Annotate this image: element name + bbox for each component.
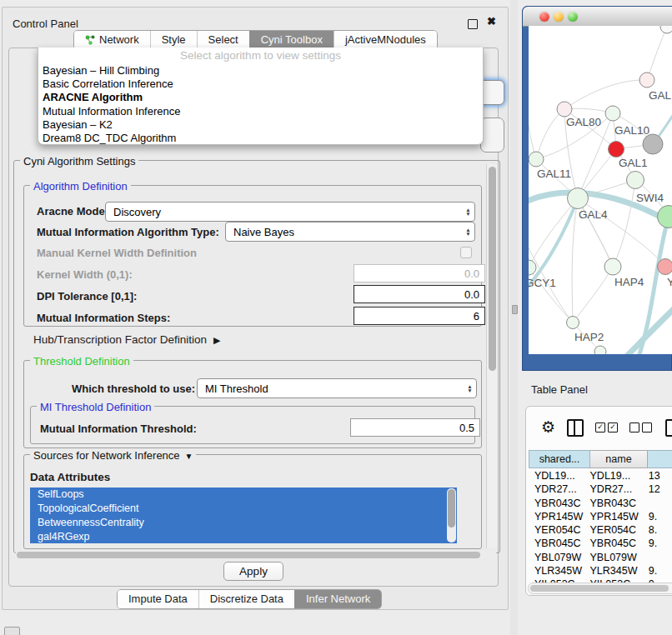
network-node-gcy1[interactable] — [529, 260, 536, 275]
dpi-tolerance-label: DPI Tolerance [0,1]: — [37, 290, 137, 302]
table-cell: YDR27... — [529, 482, 584, 496]
table-cell: 8. — [643, 523, 672, 537]
network-node-gal1[interactable] — [609, 142, 624, 158]
mi-threshold-definition-title: MI Threshold Definition — [37, 401, 154, 413]
page-icon[interactable] — [665, 419, 672, 437]
zoom-traffic-light-icon[interactable] — [568, 12, 578, 22]
close-icon[interactable]: ✖ — [487, 15, 496, 28]
network-edge — [529, 76, 536, 159]
table-cell: YER054C — [584, 523, 643, 537]
tab-label: Select — [208, 33, 238, 46]
dpi-tolerance-field[interactable]: 0.0 — [354, 285, 485, 303]
unchecked-pair-icon[interactable] — [629, 422, 652, 432]
cyni-mode-tabs: Impute DataDiscretize DataInfer Network — [117, 589, 382, 609]
which-threshold-combo[interactable]: MI Threshold ▲▼ — [197, 378, 477, 398]
table-row[interactable]: YBL079WYBL079W — [529, 551, 672, 564]
dropdown-item[interactable]: Dream8 DC_TDC Algorithm — [38, 132, 483, 145]
network-node[interactable] — [643, 134, 663, 154]
data-table-combo-edge[interactable] — [480, 118, 504, 152]
mi-steps-label: Mutual Information Steps: — [37, 312, 170, 324]
mi-steps-field[interactable]: 6 — [354, 307, 485, 325]
collapsed-panel-button[interactable] — [4, 627, 20, 635]
dropdown-item[interactable]: Mutual Information Inference — [38, 105, 483, 118]
table-header: shared...name — [529, 450, 672, 468]
stepper-arrows-icon: ▲▼ — [462, 228, 474, 236]
split-columns-icon[interactable] — [567, 419, 584, 437]
settings-horizontal-scrollbar[interactable] — [15, 551, 497, 559]
network-node-gal80[interactable] — [557, 102, 572, 117]
table-row[interactable]: YDL19...YDL19...13 — [529, 469, 672, 482]
table-cell: YDL19... — [584, 469, 643, 482]
tab-discretize-data[interactable]: Discretize Data — [198, 590, 294, 608]
mi-threshold-field[interactable]: 0.5 — [350, 418, 480, 437]
table-rows: YDL19...YDL19...13YDR27...YDR27...12YBR0… — [529, 469, 672, 584]
tab-cyni-toolbox[interactable]: Cyni Toolbox — [249, 31, 333, 49]
network-node[interactable] — [660, 26, 672, 33]
network-node-hap4[interactable] — [604, 258, 621, 275]
tab-label: Infer Network — [306, 592, 370, 605]
table-horizontal-scrollbar[interactable] — [528, 582, 672, 594]
apply-button[interactable]: Apply — [223, 562, 283, 581]
kernel-width-field[interactable]: 0.0 — [354, 264, 485, 282]
network-node[interactable] — [658, 206, 672, 228]
sources-group-title[interactable]: Sources for Network Inference▼ — [30, 449, 196, 462]
network-view-window: GALGAL80GAL10GAL1GAL11SWI4GAL4GCY1HAP4YH… — [522, 6, 672, 371]
network-window-titlebar[interactable] — [523, 7, 672, 27]
network-canvas[interactable]: GALGAL80GAL10GAL1GAL11SWI4GAL4GCY1HAP4YH… — [529, 26, 672, 354]
table-row[interactable]: YDR27...YDR27...12 — [529, 482, 672, 496]
tab-jactivemnodules[interactable]: jActiveMNodules — [333, 31, 437, 49]
tab-infer-network[interactable]: Infer Network — [294, 590, 381, 608]
attribute-list-item[interactable]: gal4RGexp — [30, 530, 457, 543]
table-row[interactable]: YBR045CYBR045C9. — [529, 537, 672, 550]
manual-kernel-width-checkbox[interactable] — [460, 247, 472, 258]
attributes-list-scrollbar[interactable] — [447, 488, 456, 542]
tab-impute-data[interactable]: Impute Data — [118, 590, 198, 608]
network-node-gal4[interactable] — [568, 188, 589, 209]
tab-style[interactable]: Style — [150, 31, 197, 49]
network-node-swi4[interactable] — [627, 172, 644, 189]
dropdown-item[interactable]: Bayesian – K2 — [38, 118, 483, 132]
column-header[interactable] — [648, 450, 672, 468]
table-cell: 13 — [643, 469, 672, 482]
network-node-gal[interactable] — [639, 72, 654, 88]
column-header[interactable]: shared... — [529, 450, 590, 468]
table-cell: 12 — [643, 482, 672, 496]
tab-network[interactable]: Network — [74, 31, 150, 49]
chevron-right-icon: ▶ — [213, 335, 220, 346]
table-row[interactable]: YER054CYER054C8. — [529, 523, 672, 537]
table-row[interactable]: YBR043CYBR043C — [529, 497, 672, 510]
gear-icon[interactable]: ⚙ — [541, 420, 555, 435]
table-row[interactable]: YLR345WYLR345W9. — [529, 564, 672, 578]
attribute-list-item[interactable]: TopologicalCoefficient — [30, 502, 457, 516]
checked-pair-icon[interactable]: ✓✓ — [595, 422, 618, 432]
mi-algorithm-type-combo[interactable]: Naive Bayes ▲▼ — [225, 222, 475, 242]
chevron-down-icon: ▼ — [185, 452, 193, 461]
network-node-gal11[interactable] — [529, 152, 544, 167]
table-row[interactable]: YPR145WYPR145W9. — [529, 510, 672, 523]
settings-vertical-scrollbar[interactable] — [486, 164, 498, 548]
dropdown-item[interactable]: Basic Correlation Inference — [38, 78, 483, 91]
column-header[interactable]: name — [590, 450, 648, 468]
dropdown-item[interactable]: ARACNE Algorithm — [38, 91, 483, 104]
float-window-icon[interactable] — [468, 19, 478, 29]
attribute-list-item[interactable]: BetweennessCentrality — [30, 516, 457, 530]
panel-splitter[interactable] — [510, 0, 518, 635]
close-traffic-light-icon[interactable] — [539, 12, 549, 22]
minimize-traffic-light-icon[interactable] — [554, 12, 564, 22]
tab-select[interactable]: Select — [197, 31, 249, 49]
splitter-grip-icon — [512, 305, 518, 314]
hub-definition-expander[interactable]: Hub/Transcription Factor Definition▶ — [33, 333, 221, 346]
tab-label: Style — [162, 33, 186, 46]
network-node[interactable] — [594, 346, 606, 354]
network-node-hap2[interactable] — [567, 317, 579, 329]
dropdown-item[interactable]: Bayesian – Hill Climbing — [38, 64, 483, 78]
network-node-y[interactable] — [658, 259, 672, 275]
network-node-gal10[interactable] — [605, 106, 620, 121]
tab-label: Discretize Data — [210, 592, 283, 605]
node-label: GAL4 — [579, 208, 608, 221]
network-edge — [647, 27, 667, 80]
attribute-list-item[interactable]: SelfLoops — [30, 488, 457, 502]
aracne-mode-combo[interactable]: Discovery ▲▼ — [105, 202, 475, 222]
table-cell — [643, 497, 672, 510]
node-label: HAP2 — [574, 331, 604, 343]
